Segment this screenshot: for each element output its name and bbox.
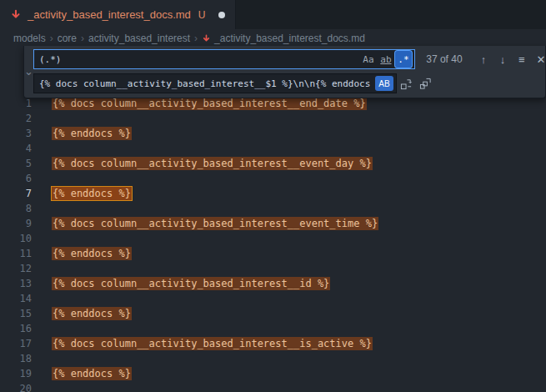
- search-match: {% docs column__activity_based_interest_…: [52, 277, 330, 290]
- editor-line[interactable]: 17{% docs column__activity_based_interes…: [0, 336, 546, 351]
- line-number: 6: [0, 171, 32, 186]
- line-content[interactable]: {% enddocs %}: [52, 246, 132, 261]
- editor-line[interactable]: 2: [0, 111, 546, 126]
- line-content[interactable]: {% enddocs %}: [52, 366, 132, 381]
- breadcrumb-item-models[interactable]: models: [13, 33, 46, 44]
- replace-button[interactable]: [398, 74, 416, 93]
- editor-line[interactable]: 13{% docs column__activity_based_interes…: [0, 276, 546, 291]
- breadcrumb-item-file[interactable]: _activity_based_interest_docs.md: [202, 33, 365, 44]
- replace-value-text: {% docs column__activity_based_interest_…: [39, 78, 373, 89]
- replace-input[interactable]: {% docs column__activity_based_interest_…: [33, 73, 397, 93]
- editor-line[interactable]: 11{% enddocs %}: [0, 246, 546, 261]
- chevron-right-icon: ›: [50, 33, 53, 44]
- chevron-right-icon: ›: [81, 33, 84, 44]
- search-match: {% docs column__activity_based_interest_…: [52, 217, 378, 230]
- search-match: {% docs column__activity_based_interest_…: [52, 157, 373, 170]
- next-match-button[interactable]: ↓: [493, 50, 512, 68]
- search-match: {% docs column__activity_based_interest_…: [52, 97, 367, 110]
- git-status-badge: U: [198, 9, 206, 21]
- line-number: 17: [0, 336, 32, 351]
- match-case-button[interactable]: Aa: [360, 51, 377, 68]
- line-number: 11: [0, 246, 32, 261]
- line-content[interactable]: {% docs column__activity_based_interest_…: [52, 216, 378, 231]
- chevron-down-icon: ⌄: [24, 65, 33, 78]
- search-match: {% enddocs %}: [52, 367, 132, 380]
- editor-line[interactable]: 3{% enddocs %}: [0, 126, 546, 141]
- line-number: 12: [0, 261, 32, 276]
- preserve-case-button[interactable]: AB: [375, 76, 393, 91]
- editor-line[interactable]: 8: [0, 201, 546, 216]
- search-match: {% enddocs %}: [52, 247, 132, 260]
- match-count: 37 of 40: [423, 53, 466, 65]
- editor-line[interactable]: 15{% enddocs %}: [0, 306, 546, 321]
- editor-line[interactable]: 9{% docs column__activity_based_interest…: [0, 216, 546, 231]
- line-number: 9: [0, 216, 32, 231]
- line-number: 8: [0, 201, 32, 216]
- replace-all-button[interactable]: [417, 74, 435, 93]
- modified-dot-icon[interactable]: [218, 12, 225, 18]
- editor-line[interactable]: 19{% enddocs %}: [0, 366, 546, 381]
- markdown-file-icon: [10, 9, 22, 21]
- editor-line[interactable]: 16: [0, 321, 546, 336]
- previous-match-button[interactable]: ↑: [474, 50, 493, 68]
- arrow-up-icon: ↑: [481, 53, 487, 66]
- find-input[interactable]: (.*) Aa ab .*: [33, 49, 415, 69]
- regex-button[interactable]: .*: [395, 51, 412, 68]
- selection-lines-icon: ≡: [518, 53, 525, 66]
- replace-row: {% docs column__activity_based_interest_…: [33, 73, 546, 93]
- editor-line[interactable]: 14: [0, 291, 546, 306]
- line-number: 10: [0, 231, 32, 246]
- replace-all-icon: [419, 78, 432, 90]
- arrow-down-icon: ↓: [500, 53, 506, 66]
- line-number: 3: [0, 126, 32, 141]
- find-row: (.*) Aa ab .* 37 of 40 ↑ ↓ ≡ ✕: [33, 49, 546, 69]
- editor-line[interactable]: 12: [0, 261, 546, 276]
- editor-line[interactable]: 5{% docs column__activity_based_interest…: [0, 156, 546, 171]
- whole-word-button[interactable]: ab: [378, 51, 394, 68]
- vscode-window: _activity_based_interest_docs.md U model…: [0, 0, 546, 392]
- breadcrumb-item-activity-based-interest[interactable]: activity_based_interest: [88, 33, 190, 44]
- line-number: 4: [0, 141, 32, 156]
- search-match: {% enddocs %}: [52, 127, 132, 140]
- line-number: 19: [0, 366, 32, 381]
- breadcrumb-file-label: _activity_based_interest_docs.md: [214, 33, 365, 44]
- search-match: {% docs column__activity_based_interest_…: [52, 337, 373, 350]
- editor-line[interactable]: 20: [0, 381, 546, 392]
- find-replace-widget: ⌄ (.*) Aa ab .* 37 of 40 ↑ ↓ ≡: [23, 46, 546, 98]
- editor-line[interactable]: 18: [0, 351, 546, 366]
- markdown-file-icon: [202, 34, 211, 43]
- editor-line[interactable]: 7{% enddocs %}: [0, 186, 546, 201]
- editor-line[interactable]: 10: [0, 231, 546, 246]
- line-number: 13: [0, 276, 32, 291]
- editor-tab[interactable]: _activity_based_interest_docs.md U: [0, 0, 236, 29]
- line-number: 14: [0, 291, 32, 306]
- line-content[interactable]: {% enddocs %}: [52, 186, 132, 201]
- line-content[interactable]: {% docs column__activity_based_interest_…: [52, 156, 373, 171]
- line-content[interactable]: {% enddocs %}: [52, 126, 132, 141]
- line-number: 16: [0, 321, 32, 336]
- line-number: 15: [0, 306, 32, 321]
- tab-bar: _activity_based_interest_docs.md U: [0, 0, 546, 29]
- editor-line[interactable]: 4: [0, 141, 546, 156]
- line-number: 2: [0, 111, 32, 126]
- close-button[interactable]: ✕: [532, 50, 546, 68]
- find-in-selection-button[interactable]: ≡: [513, 50, 531, 68]
- search-match: {% enddocs %}: [52, 307, 132, 320]
- search-match: {% enddocs %}: [52, 187, 132, 200]
- toggle-replace-button[interactable]: ⌄: [24, 49, 33, 93]
- chevron-right-icon: ›: [194, 33, 198, 44]
- line-content[interactable]: {% docs column__activity_based_interest_…: [52, 336, 373, 351]
- line-content[interactable]: {% docs column__activity_based_interest_…: [52, 276, 330, 291]
- find-query-text: (.*): [39, 54, 359, 65]
- breadcrumb: models › core › activity_based_interest …: [0, 29, 546, 48]
- breadcrumb-item-core[interactable]: core: [58, 33, 77, 44]
- line-number: 18: [0, 351, 32, 366]
- editor-line[interactable]: 6: [0, 171, 546, 186]
- line-number: 20: [0, 381, 32, 392]
- line-number: 7: [0, 186, 32, 201]
- tab-filename: _activity_based_interest_docs.md: [28, 8, 191, 21]
- editor[interactable]: 1{% docs column__activity_based_interest…: [0, 48, 546, 392]
- replace-icon: [400, 78, 413, 90]
- line-content[interactable]: {% enddocs %}: [52, 306, 132, 321]
- close-icon: ✕: [536, 53, 545, 66]
